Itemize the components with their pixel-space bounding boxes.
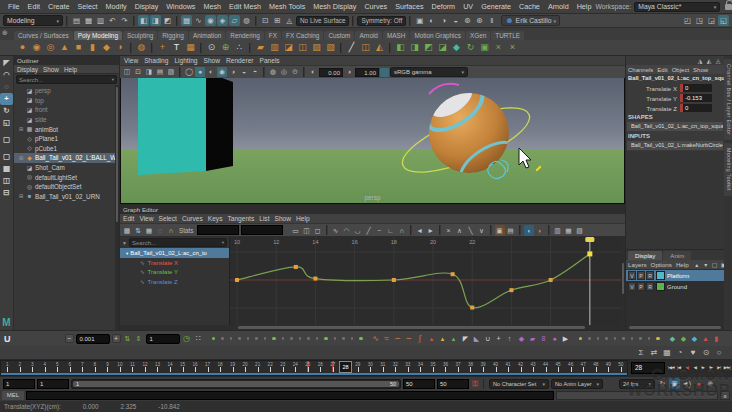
lock-tangent-weight-icon[interactable]: ∨: [477, 225, 487, 236]
time-tick[interactable]: 21: [251, 361, 264, 375]
graph-object-row[interactable]: ▾ Ball_Tail_v01_02_L:ac_cn_to: [120, 248, 229, 258]
playback-start-field[interactable]: 1: [37, 379, 69, 389]
time-tick[interactable]: 1: [1, 361, 14, 375]
animbot-key-dots[interactable]: [212, 337, 363, 341]
time-tick[interactable]: 20: [239, 361, 252, 375]
time-tick[interactable]: 34: [414, 361, 427, 375]
step-back-one-frame[interactable]: |◀: [675, 362, 683, 374]
time-tick[interactable]: 46: [564, 361, 577, 375]
make-live-icon[interactable]: ◍: [241, 15, 252, 26]
frame-all-icon[interactable]: ▭: [291, 225, 301, 236]
clamped-tangents-icon[interactable]: ◡: [353, 225, 363, 236]
show-attribute-editor-icon[interactable]: ◳: [694, 15, 705, 26]
animbot-key-dot[interactable]: [238, 337, 241, 340]
time-tick[interactable]: 47: [577, 361, 590, 375]
animbot-red-pose-icon[interactable]: ▲: [427, 333, 437, 345]
animbot-expression-icon[interactable]: Σ: [636, 347, 646, 359]
menu-item[interactable]: Edit: [24, 2, 44, 11]
mute-audio-icon[interactable]: ◄): [681, 378, 692, 389]
graph-vscrollbar[interactable]: [621, 237, 625, 325]
anim-layer-dropdown[interactable]: No Anim Layer▾: [551, 379, 603, 389]
menu-set-dropdown[interactable]: Modeling▾: [3, 15, 63, 26]
layer-tab[interactable]: Display: [628, 251, 662, 260]
stepper-icon[interactable]: ⇅: [123, 333, 133, 345]
time-tick[interactable]: 31: [377, 361, 390, 375]
playback-loop-icon[interactable]: ↻: [657, 378, 668, 389]
menu-item[interactable]: Mesh Display: [309, 2, 360, 11]
outliner-scrollbar[interactable]: [115, 85, 119, 330]
select-camera-icon[interactable]: ◫: [122, 67, 132, 77]
time-tick[interactable]: 3: [26, 361, 39, 375]
time-tick[interactable]: 45: [552, 361, 565, 375]
snap-to-curve-icon[interactable]: ∿: [193, 15, 204, 26]
pause-viewport-icon[interactable]: ‖: [486, 15, 497, 26]
undo-icon[interactable]: ↶: [107, 15, 118, 26]
exposure-field[interactable]: 0.00: [319, 68, 343, 77]
animbot-key-dot[interactable]: [282, 337, 285, 340]
animbot-key-dot[interactable]: [579, 337, 583, 341]
camera-attributes-icon[interactable]: ◨: [144, 67, 154, 77]
shelf-tab[interactable]: Sculpting: [123, 31, 157, 40]
range-slider[interactable]: 1 50: [71, 379, 401, 389]
append-polygon-icon[interactable]: ◆: [450, 41, 463, 54]
time-tick[interactable]: 26: [314, 361, 327, 375]
current-frame-marker[interactable]: 28: [339, 361, 352, 373]
set-key-icon[interactable]: ⚿: [471, 379, 479, 389]
channel-box-menu-item[interactable]: Edit: [657, 67, 667, 73]
animbot-up-icon[interactable]: ↑: [505, 333, 515, 345]
time-tick[interactable]: 18: [214, 361, 227, 375]
menu-item[interactable]: Surfaces: [391, 2, 427, 11]
menu-item[interactable]: Arnold: [544, 2, 573, 11]
motion-blur-icon[interactable]: ◓: [250, 67, 260, 77]
animbot-key-dot[interactable]: [639, 337, 642, 340]
unify-tangents-icon[interactable]: ∧: [455, 225, 465, 236]
animbot-key-dot[interactable]: [307, 337, 310, 340]
use-all-lights-icon[interactable]: ◉: [217, 67, 227, 77]
stats-field[interactable]: [197, 225, 239, 235]
layer-menu-item[interactable]: Help: [676, 261, 689, 268]
separate-icon[interactable]: ▣: [478, 41, 491, 54]
post-infinity-cycle-icon[interactable]: ◗: [535, 225, 545, 236]
animbot-hand-icon[interactable]: ◔: [675, 347, 685, 359]
layer-reference-toggle[interactable]: R: [646, 271, 654, 280]
animbot-search-icon[interactable]: ○: [714, 347, 724, 359]
fill-hole-icon[interactable]: ◩: [422, 41, 435, 54]
time-tick[interactable]: 17: [201, 361, 214, 375]
animbot-key-dot[interactable]: [351, 337, 354, 340]
command-language-label[interactable]: MEL: [2, 391, 24, 400]
shapes-node[interactable]: Ball_Tail_v01_02_L:ac_cn_top_squashS...: [627, 122, 723, 131]
clock-icon[interactable]: ◷: [182, 333, 192, 345]
time-tick[interactable]: 32: [389, 361, 402, 375]
spline-tangents-icon[interactable]: ◠: [342, 225, 352, 236]
step-forward-one-frame[interactable]: ▶|: [715, 362, 723, 374]
menu-item[interactable]: Mesh: [199, 2, 225, 11]
animbot-boot-icon[interactable]: ▮: [712, 333, 722, 345]
viewport-menu-item[interactable]: Renderer: [226, 57, 254, 64]
animbot-flag-icon[interactable]: ▶: [561, 333, 571, 345]
shelf-tab[interactable]: Poly Modeling: [74, 31, 122, 40]
animbot-key-dot[interactable]: [299, 337, 302, 340]
scrollbar-thumb[interactable]: [622, 263, 624, 294]
linear-tangents-icon[interactable]: ╱: [364, 225, 374, 236]
poly-cube-icon[interactable]: ■: [72, 41, 85, 54]
graph-editor-menu-item[interactable]: View: [139, 215, 153, 222]
viewport-menu-item[interactable]: Lighting: [174, 57, 197, 64]
outliner-search-input[interactable]: Search... ▾: [16, 75, 117, 84]
select-component-icon[interactable]: ◩: [162, 15, 173, 26]
free-tangent-weight-icon[interactable]: ╲: [466, 225, 476, 236]
time-tick[interactable]: 12: [139, 361, 152, 375]
time-tick[interactable]: 42: [514, 361, 527, 375]
time-tick[interactable]: 24: [289, 361, 302, 375]
stepper-range-icon[interactable]: ⇕: [134, 333, 144, 345]
cut-uv-icon[interactable]: ◫: [296, 41, 309, 54]
animation-end-field[interactable]: 50: [437, 379, 469, 389]
time-tick[interactable]: 40: [489, 361, 502, 375]
isolate-select-icon[interactable]: ◍: [268, 67, 278, 77]
time-tick[interactable]: 39: [477, 361, 490, 375]
play-forwards[interactable]: ▶: [699, 362, 707, 374]
sweep-mesh-icon[interactable]: ▦: [184, 41, 197, 54]
animbot-bell-icon[interactable]: ◆: [517, 333, 527, 345]
animbot-key-dot[interactable]: [605, 337, 608, 340]
side-vertical-tab[interactable]: Modeling Toolkit: [724, 143, 732, 196]
time-tick[interactable]: 22: [264, 361, 277, 375]
